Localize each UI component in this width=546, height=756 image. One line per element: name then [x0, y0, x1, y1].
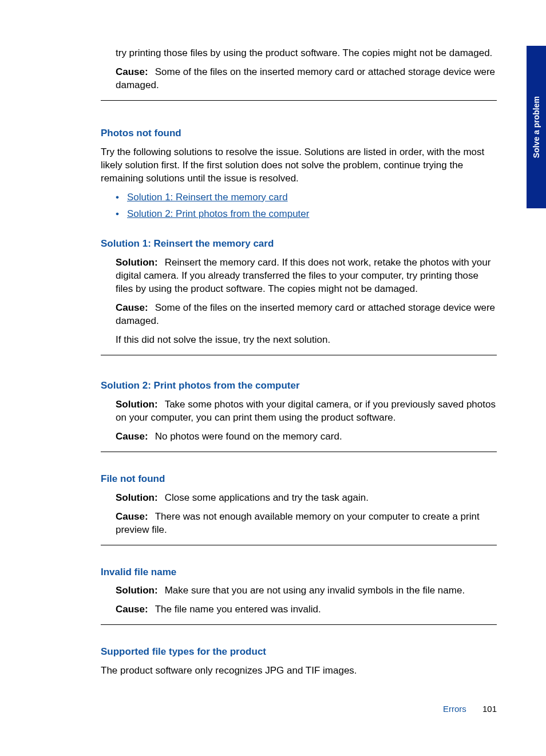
footer-page-number: 101 [482, 704, 497, 714]
heading-supported-file-types: Supported file types for the product [101, 646, 497, 659]
solution-text: Make sure that you are not using any inv… [165, 585, 465, 596]
intro-paragraph: try printing those files by using the pr… [116, 47, 497, 60]
heading-file-not-found: File not found [101, 473, 497, 486]
link-solution-2[interactable]: Solution 2: Print photos from the comput… [127, 208, 309, 219]
section-divider [101, 452, 497, 452]
page-footer: Errors 101 [443, 704, 497, 714]
intro-cause: Cause:Some of the files on the inserted … [116, 66, 497, 92]
cause-text: Some of the files on the inserted memory… [116, 302, 495, 326]
section-divider [101, 355, 497, 355]
solution-label: Solution: [116, 492, 158, 503]
list-item: Solution 2: Print photos from the comput… [116, 208, 497, 221]
fnf-solution: Solution:Close some applications and try… [116, 492, 497, 505]
sol1-cause: Cause:Some of the files on the inserted … [116, 302, 497, 328]
solution-links: Solution 1: Reinsert the memory card Sol… [116, 191, 497, 221]
sol2-cause: Cause:No photos were found on the memory… [116, 430, 497, 444]
fnf-cause: Cause:There was not enough available mem… [116, 510, 497, 537]
solution-text: Take some photos with your digital camer… [116, 399, 496, 423]
heading-invalid-file-name: Invalid file name [101, 566, 497, 579]
footer-section: Errors [443, 704, 466, 714]
cause-label: Cause: [116, 604, 148, 615]
solution-text: Close some applications and try the task… [165, 492, 369, 503]
solution-label: Solution: [116, 585, 158, 596]
cause-label: Cause: [116, 302, 148, 313]
section-divider [101, 100, 497, 101]
sol2-solution: Solution:Take some photos with your digi… [116, 398, 497, 425]
section-divider [101, 624, 497, 625]
ifn-cause: Cause:The file name you entered was inva… [116, 603, 497, 616]
section-divider [101, 545, 497, 545]
photos-intro: Try the following solutions to resolve t… [101, 146, 497, 185]
cause-label: Cause: [116, 66, 148, 77]
cause-text: Some of the files on the inserted memory… [116, 66, 495, 90]
supported-text: The product software only recognizes JPG… [101, 664, 497, 678]
ifn-solution: Solution:Make sure that you are not usin… [116, 584, 497, 597]
link-solution-1[interactable]: Solution 1: Reinsert the memory card [127, 192, 288, 203]
solution-text: Reinsert the memory card. If this does n… [116, 257, 490, 294]
cause-label: Cause: [116, 511, 148, 522]
solution-label: Solution: [116, 257, 158, 268]
side-tab-label: Solve a problem [532, 96, 541, 158]
side-tab: Solve a problem [527, 46, 546, 208]
cause-label: Cause: [116, 431, 148, 442]
heading-photos-not-found: Photos not found [101, 127, 497, 140]
heading-solution-1: Solution 1: Reinsert the memory card [101, 238, 497, 251]
heading-solution-2: Solution 2: Print photos from the comput… [101, 379, 497, 393]
list-item: Solution 1: Reinsert the memory card [116, 191, 497, 204]
cause-text: There was not enough available memory on… [116, 511, 480, 535]
cause-text: No photos were found on the memory card. [155, 431, 342, 442]
sol1-solution: Solution:Reinsert the memory card. If th… [116, 256, 497, 296]
solution-label: Solution: [116, 399, 158, 410]
page: Solve a problem try printing those files… [0, 0, 546, 756]
main-content: try printing those files by using the pr… [101, 47, 497, 683]
cause-text: The file name you entered was invalid. [155, 604, 321, 615]
sol1-next: If this did not solve the issue, try the… [116, 334, 497, 347]
